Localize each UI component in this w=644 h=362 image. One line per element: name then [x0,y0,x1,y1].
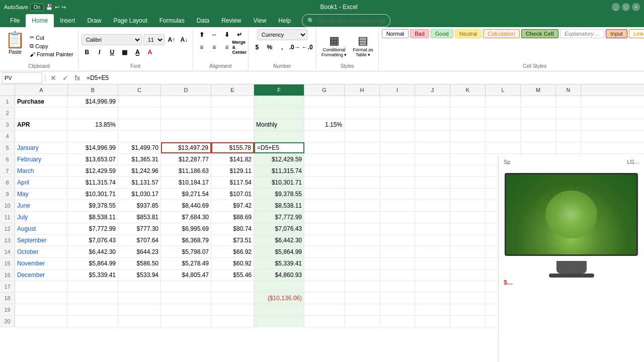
cell-c20[interactable] [118,316,161,327]
cell-e2[interactable] [211,108,254,119]
align-top-button[interactable]: ⬆ [196,29,207,40]
cell-j7[interactable] [415,165,450,176]
cell-i1[interactable] [380,96,415,107]
row-num[interactable]: 18 [0,293,15,304]
col-header-l[interactable]: L [486,84,521,96]
cell-g3[interactable]: 1.15% [304,119,345,130]
cell-b17[interactable] [68,281,118,292]
underline-button[interactable]: U [107,47,118,58]
cell-h19[interactable] [345,304,380,315]
cell-g13[interactable] [304,235,345,246]
cell-e6[interactable]: $141.82 [211,154,254,165]
cell-h10[interactable] [345,200,380,211]
cell-f3[interactable]: Monthly [254,119,304,130]
tab-insert[interactable]: Insert [54,14,81,27]
row-num[interactable]: 7 [0,165,15,176]
tab-review[interactable]: Review [215,14,247,27]
cell-e14[interactable]: $66.92 [211,246,254,257]
cell-i12[interactable] [380,223,415,234]
cell-d3[interactable] [161,119,211,130]
row-num[interactable]: 1 [0,96,15,107]
cell-b8[interactable]: $11,315.74 [68,177,118,188]
cell-n3[interactable] [556,119,581,130]
font-size-select[interactable]: 11 [143,34,165,45]
cell-k7[interactable] [450,165,486,176]
cell-c3[interactable] [118,119,161,130]
cell-g19[interactable] [304,304,345,315]
tab-file[interactable]: File [4,14,26,27]
cell-a7[interactable]: March [15,165,68,176]
cell-e7[interactable]: $129.11 [211,165,254,176]
cell-m5[interactable] [521,142,556,153]
cell-d8[interactable]: $10,184.17 [161,177,211,188]
cell-m3[interactable] [521,119,556,130]
style-normal[interactable]: Normal [382,29,409,38]
cell-a6[interactable]: February [15,154,68,165]
cell-b16[interactable]: $5,339.41 [68,269,118,281]
cell-l1[interactable] [486,96,521,107]
cell-a18[interactable] [15,293,68,304]
cell-i9[interactable] [380,189,415,200]
cell-d9[interactable]: $9,271.54 [161,189,211,200]
cell-i6[interactable] [380,154,415,165]
formula-input[interactable] [85,74,642,81]
col-header-m[interactable]: M [521,84,556,96]
cell-h6[interactable] [345,154,380,165]
font-color-button[interactable]: A [144,47,155,58]
cell-b3[interactable]: 13.85% [68,119,118,130]
cell-e20[interactable] [211,316,254,327]
cell-e3[interactable] [211,119,254,130]
cell-a12[interactable]: August [15,223,68,234]
cell-h9[interactable] [345,189,380,200]
cell-c11[interactable]: $853.81 [118,212,161,223]
close-button[interactable]: × [632,3,640,11]
cell-h7[interactable] [345,165,380,176]
autosave-badge[interactable]: On [30,4,44,11]
wrap-text-button[interactable]: ↵ [234,29,245,40]
row-num[interactable]: 13 [0,235,15,246]
cell-c5[interactable]: $1,499.70 [118,142,161,153]
tab-view[interactable]: View [248,14,273,27]
currency-button[interactable]: $ [252,42,263,53]
cell-f12[interactable]: $7,076.43 [254,223,304,234]
comma-button[interactable]: , [277,42,288,53]
cell-k8[interactable] [450,177,486,188]
cell-d13[interactable]: $6,368.79 [161,235,211,246]
cell-j15[interactable] [415,258,450,269]
style-check-cell[interactable]: Check Cell [521,29,558,38]
cell-b20[interactable] [68,316,118,327]
name-box[interactable] [2,72,42,83]
merge-center-button[interactable]: Merge & Center [234,42,245,53]
cell-e15[interactable]: $60.92 [211,258,254,269]
row-num[interactable]: 6 [0,154,15,165]
cell-a20[interactable] [15,316,68,327]
align-center-button[interactable]: ≡ [209,42,220,53]
row-num[interactable]: 15 [0,258,15,269]
cell-b7[interactable]: $12,429.59 [68,165,118,176]
cell-k1[interactable] [450,96,486,107]
undo-icon[interactable]: ↩ [55,4,59,11]
cell-i11[interactable] [380,212,415,223]
cell-j14[interactable] [415,246,450,257]
cell-f8[interactable]: $10,301.71 [254,177,304,188]
cell-c12[interactable]: $777.30 [118,223,161,234]
cell-j4[interactable] [415,131,450,142]
cell-c19[interactable] [118,304,161,315]
cell-h20[interactable] [345,316,380,327]
align-right-button[interactable]: ≡ [221,42,232,53]
cell-j9[interactable] [415,189,450,200]
cell-a5[interactable]: January [15,142,68,153]
align-bottom-button[interactable]: ⬇ [221,29,232,40]
cell-b9[interactable]: $10,301.71 [68,189,118,200]
cell-f20[interactable] [254,316,304,327]
cell-k13[interactable] [450,235,486,246]
cell-e4[interactable] [211,131,254,142]
cell-g10[interactable] [304,200,345,211]
cell-b13[interactable]: $7,076.43 [68,235,118,246]
cell-h11[interactable] [345,212,380,223]
cell-f18[interactable]: ($10,136.06) [254,293,304,304]
cell-d10[interactable]: $8,440.69 [161,200,211,211]
cell-f16[interactable]: $4,860.93 [254,269,304,281]
cell-g8[interactable] [304,177,345,188]
cell-g15[interactable] [304,258,345,269]
